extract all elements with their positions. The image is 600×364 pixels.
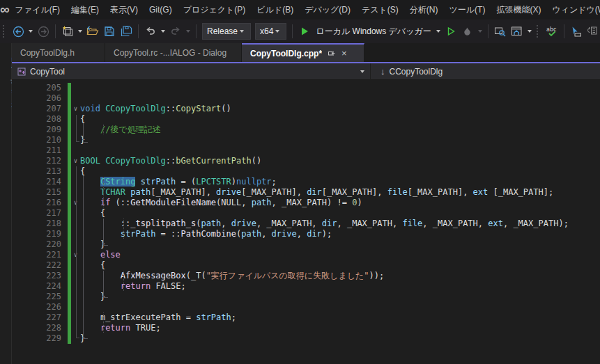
menu-item-5[interactable]: ビルド(B): [251, 0, 299, 19]
menu-item-1[interactable]: 編集(E): [66, 0, 105, 19]
hot-reload-button[interactable]: [459, 22, 476, 40]
toolbar-grip-handle[interactable]: [3, 25, 7, 38]
document-tab-2[interactable]: CopyToolDlg.cpp*×: [242, 43, 364, 62]
code-line-215[interactable]: 215 TCHAR path[_MAX_PATH], drive[_MAX_PA…: [12, 187, 600, 198]
menu-item-10[interactable]: 拡張機能(X): [491, 0, 546, 19]
menu-item-4[interactable]: プロジェクト(P): [178, 0, 252, 19]
new-project-caret[interactable]: [78, 30, 82, 33]
preview-window-button[interactable]: [509, 22, 525, 40]
open-folder-icon: [86, 26, 99, 37]
code-editor[interactable]: 205206207∨void CCopyToolDlg::CopyStart()…: [12, 80, 600, 364]
code-line-220[interactable]: 220 }: [12, 239, 600, 250]
code-line-209[interactable]: 209 //後で処理記述: [12, 125, 600, 135]
code-line-228[interactable]: 228 return TRUE;: [12, 323, 600, 333]
start-without-debugging-button[interactable]: [443, 22, 459, 40]
code-line-222[interactable]: 222 {: [12, 260, 600, 271]
menu-item-2[interactable]: 表示(V): [105, 0, 144, 19]
menu-item-3[interactable]: Git(G): [144, 0, 178, 19]
new-project-button[interactable]: [59, 22, 76, 40]
navigate-cursor-button[interactable]: [568, 22, 585, 40]
document-tab-0[interactable]: CopyToolDlg.h: [12, 43, 105, 62]
toolbar-separator: [138, 24, 139, 38]
code-line-214[interactable]: 214 CString strPath = (LPCTSTR)nullptr;: [12, 177, 600, 187]
code-line-223[interactable]: 223 AfxMessageBox(_T("実行ファイルパスの取得に失敗しました…: [12, 271, 600, 281]
menu-bar: ∞ ファイル(F)編集(E)表示(V)Git(G)プロジェクト(P)ビルド(B)…: [0, 0, 600, 19]
code-line-225[interactable]: 225 }: [12, 292, 600, 302]
code-line-210[interactable]: 210}: [12, 135, 600, 145]
code-line-206[interactable]: 206: [12, 93, 600, 104]
code-line-227[interactable]: 227 m_strExecutePath = strPath;: [12, 312, 600, 323]
code-text: return FALSE;: [80, 281, 600, 292]
code-line-213[interactable]: 213{: [12, 166, 600, 177]
pin-tab-icon[interactable]: [328, 49, 336, 58]
line-number: 223: [12, 271, 61, 281]
spell-check-abc-icon: abc: [546, 26, 558, 37]
toolbar-separator: [196, 24, 197, 38]
code-line-208[interactable]: 208{: [12, 114, 600, 125]
spell-check-button[interactable]: abc: [544, 22, 560, 40]
debug-target-caret[interactable]: [436, 30, 440, 33]
code-text: [80, 93, 600, 104]
code-line-221[interactable]: 221∨ else: [12, 250, 600, 260]
toolbar: Release x64 ローカル Windows デバッガー: [0, 19, 600, 43]
menu-item-8[interactable]: 分析(N): [404, 0, 444, 19]
code-line-216[interactable]: 216∨ if (::GetModuleFileName(NULL, path,…: [12, 198, 600, 208]
redo-button[interactable]: [167, 22, 184, 40]
code-line-212[interactable]: 212∨BOOL CCopyToolDlg::bGetCurrentPath(): [12, 156, 600, 166]
line-number: 211: [12, 145, 61, 156]
code-text: TCHAR path[_MAX_PATH], drive[_MAX_PATH],…: [80, 187, 600, 198]
project-scope-dropdown[interactable]: CopyTool: [12, 63, 370, 80]
code-text: {: [80, 114, 600, 125]
member-value: CCopyToolDlg: [390, 67, 443, 77]
navigate-back-button[interactable]: [10, 22, 26, 40]
code-line-217[interactable]: 217 {: [12, 208, 600, 219]
code-line-205[interactable]: 205: [12, 83, 600, 93]
debug-target-label[interactable]: ローカル Windows デバッガー: [316, 26, 431, 38]
code-line-219[interactable]: 219 strPath = ::PathCombine(path, drive,…: [12, 229, 600, 239]
solution-configuration-dropdown[interactable]: Release: [202, 23, 251, 40]
menu-item-6[interactable]: デバッグ(D): [299, 0, 356, 19]
hot-reload-caret[interactable]: [478, 30, 482, 33]
undo-button[interactable]: [142, 22, 159, 40]
code-line-224[interactable]: 224 return FALSE;: [12, 281, 600, 292]
open-file-button[interactable]: [84, 22, 101, 40]
line-number: 215: [12, 187, 61, 198]
solution-platform-dropdown[interactable]: x64: [255, 23, 286, 40]
fold-chevron-icon[interactable]: ∨: [71, 156, 80, 166]
menu-item-9[interactable]: ツール(T): [444, 0, 491, 19]
brace-guide: [103, 271, 108, 298]
menu-item-11[interactable]: ウィンドウ(W): [546, 0, 600, 19]
undo-caret[interactable]: [161, 30, 165, 33]
code-text: [80, 145, 600, 156]
toolbar-separator: [292, 24, 293, 38]
start-debugging-button[interactable]: [296, 22, 313, 40]
toolbox-side-tab[interactable]: ツールボックス: [0, 43, 12, 364]
code-line-211[interactable]: 211: [12, 145, 600, 156]
navigate-back-caret[interactable]: [29, 30, 33, 33]
toolbar-grip-handle[interactable]: [537, 25, 541, 38]
navigate-forward-button[interactable]: [35, 22, 52, 40]
line-number: 209: [12, 125, 61, 135]
fold-chevron-icon[interactable]: ∨: [71, 104, 80, 114]
close-tab-icon[interactable]: ×: [341, 49, 347, 58]
code-line-229[interactable]: 229}: [12, 333, 600, 344]
save-all-button[interactable]: [118, 22, 134, 40]
line-number: 220: [12, 239, 61, 250]
toolbar-separator: [55, 24, 56, 38]
find-in-files-button[interactable]: [492, 22, 509, 40]
member-dropdown[interactable]: ↓ CCopyToolDlg: [371, 63, 443, 80]
code-line-207[interactable]: 207∨void CCopyToolDlg::CopyStart(): [12, 104, 600, 114]
code-line-218[interactable]: 218 ::_tsplitpath_s(path, drive, _MAX_PA…: [12, 219, 600, 229]
code-line-226[interactable]: 226: [12, 302, 600, 312]
preview-window-caret[interactable]: [528, 30, 532, 33]
copy-item-button[interactable]: [585, 22, 600, 40]
save-icon: [104, 26, 115, 37]
menu-item-7[interactable]: テスト(S): [356, 0, 404, 19]
fold-margin: [71, 145, 80, 156]
code-text: void CCopyToolDlg::CopyStart(): [80, 104, 600, 114]
menu-item-0[interactable]: ファイル(F): [10, 0, 66, 19]
save-button[interactable]: [101, 22, 118, 40]
redo-caret[interactable]: [186, 30, 190, 33]
document-tab-1[interactable]: CopyTool.rc -...IALOG - Dialog: [105, 43, 242, 62]
redo-icon: [170, 26, 181, 37]
